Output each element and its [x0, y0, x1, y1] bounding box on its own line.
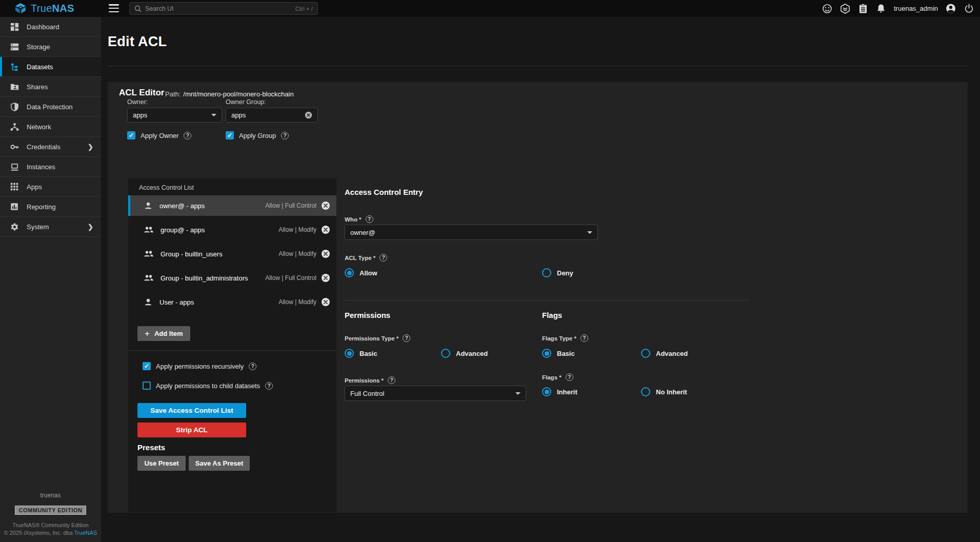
use-preset-button[interactable]: Use Preset: [137, 456, 186, 471]
permissions-type-advanced-radio[interactable]: Advanced: [441, 349, 488, 358]
help-icon[interactable]: ?: [265, 382, 273, 390]
sidebar-nav: Dashboard Storage Datasets Shares Data P…: [0, 17, 101, 542]
flags-no-inherit-radio[interactable]: No Inherit: [641, 387, 687, 396]
sidebar-item-network[interactable]: Network: [0, 117, 101, 137]
flags-type-basic-radio[interactable]: Basic: [542, 349, 575, 358]
acl-entry-row[interactable]: Group - builtin_administrators Allow | F…: [128, 268, 336, 288]
notifications-bell-icon[interactable]: [876, 4, 886, 14]
remove-entry-icon[interactable]: [321, 201, 330, 210]
help-icon[interactable]: ?: [388, 376, 395, 384]
radio-icon: [542, 349, 551, 358]
copyright-text: © 2025 iXsystems, Inc. dba TrueNAS: [0, 530, 101, 536]
truecommand-icon[interactable]: [840, 4, 850, 14]
dashboard-icon: [9, 22, 19, 32]
truenas-logo-icon: [14, 2, 27, 14]
acl-entry-name: owner@ - apps: [159, 202, 205, 210]
child-datasets-checkbox[interactable]: [143, 382, 151, 390]
add-item-button[interactable]: + Add Item: [137, 326, 190, 341]
hamburger-menu-icon[interactable]: [109, 4, 119, 12]
sidebar-item-datasets[interactable]: Datasets: [0, 57, 101, 77]
edition-badge[interactable]: COMMUNITY EDITION: [15, 506, 87, 515]
clear-icon[interactable]: [305, 111, 312, 119]
permissions-heading: Permissions: [345, 311, 390, 319]
permissions-select[interactable]: Full Control: [345, 386, 526, 401]
truenas-logo[interactable]: TrueNAS: [14, 2, 74, 14]
owner-group-label: Owner Group:: [226, 98, 266, 106]
sidebar-item-reporting[interactable]: Reporting: [0, 197, 101, 217]
remove-entry-icon[interactable]: [321, 273, 330, 283]
radio-icon: [641, 387, 650, 396]
help-icon[interactable]: ?: [403, 334, 410, 342]
apps-grid-icon: [9, 182, 19, 192]
help-icon[interactable]: ?: [581, 334, 588, 342]
help-icon[interactable]: ?: [366, 215, 373, 223]
save-as-preset-button[interactable]: Save As Preset: [189, 456, 250, 471]
top-header: TrueNAS Ctrl + / truenas_admin: [0, 0, 980, 17]
people-icon: [144, 250, 154, 258]
apply-owner-row: ✓ Apply Owner ?: [127, 131, 191, 139]
sidebar-item-shares[interactable]: Shares: [0, 77, 101, 97]
acl-entry-row[interactable]: owner@ - apps Allow | Full Control: [128, 195, 336, 216]
logged-in-username: truenas_admin: [894, 5, 938, 12]
save-acl-button[interactable]: Save Access Control List: [137, 403, 246, 418]
sidebar-item-data-protection[interactable]: Data Protection: [0, 97, 101, 117]
sidebar-item-label: Instances: [27, 163, 55, 171]
acl-type-allow-radio[interactable]: Allow: [345, 268, 377, 277]
help-icon[interactable]: ?: [184, 132, 191, 139]
who-select[interactable]: owner@: [345, 225, 598, 240]
acl-type-deny-radio[interactable]: Deny: [542, 268, 573, 277]
permissions-type-basic-radio[interactable]: Basic: [345, 349, 377, 358]
help-icon[interactable]: ?: [379, 254, 387, 262]
acl-entry-name: Group - builtin_users: [161, 250, 223, 258]
sidebar-item-storage[interactable]: Storage: [0, 37, 101, 57]
flags-type-advanced-radio[interactable]: Advanced: [641, 349, 688, 358]
radio-icon: [542, 387, 551, 396]
dataset-path: Path:/mnt/monero-pool/monero-blockchain: [165, 90, 294, 98]
bar-chart-icon: [9, 202, 19, 212]
sidebar-item-label: Reporting: [27, 203, 55, 211]
power-icon[interactable]: [964, 4, 974, 14]
sidebar-item-label: System: [27, 223, 49, 231]
help-icon[interactable]: ?: [281, 132, 289, 139]
sidebar-item-apps[interactable]: Apps: [0, 177, 101, 197]
sidebar-item-credentials[interactable]: Credentials ❯: [0, 137, 101, 157]
acl-entry-permissions: Allow | Modify: [278, 250, 316, 257]
radio-icon: [542, 268, 551, 277]
sidebar-item-label: Datasets: [27, 63, 53, 71]
recursive-checkbox[interactable]: ✓: [143, 362, 151, 370]
global-search[interactable]: Ctrl + /: [129, 2, 318, 15]
radio-icon: [345, 268, 354, 277]
truenas-link[interactable]: TrueNAS: [74, 530, 97, 536]
feedback-smiley-icon[interactable]: [822, 4, 832, 14]
panel-divider: [128, 350, 336, 351]
strip-acl-button[interactable]: Strip ACL: [137, 423, 246, 437]
key-icon: [9, 142, 19, 152]
sidebar-item-instances[interactable]: Instances: [0, 157, 101, 177]
remove-entry-icon[interactable]: [321, 249, 330, 258]
search-input[interactable]: [145, 5, 292, 12]
acl-entry-row[interactable]: Group - builtin_users Allow | Modify: [128, 244, 336, 264]
recursive-label: Apply permissions recursively: [156, 363, 244, 370]
owner-select[interactable]: apps: [127, 108, 222, 123]
jobs-clipboard-icon[interactable]: [858, 4, 868, 14]
datasets-icon: [9, 62, 19, 72]
acl-editor-heading: ACL Editor: [119, 88, 164, 98]
acl-entry-row[interactable]: User - apps Allow | Modify: [128, 292, 336, 312]
help-icon[interactable]: ?: [566, 373, 573, 381]
acl-entry-permissions: Allow | Modify: [278, 298, 316, 306]
user-avatar-icon[interactable]: [946, 4, 956, 14]
remove-entry-icon[interactable]: [321, 225, 330, 234]
owner-group-input[interactable]: apps: [226, 108, 318, 123]
sidebar-item-label: Storage: [27, 43, 50, 51]
sidebar-item-dashboard[interactable]: Dashboard: [0, 17, 101, 37]
acl-entry-row[interactable]: group@ - apps Allow | Modify: [128, 219, 336, 240]
shares-folder-icon: [9, 82, 19, 92]
apply-group-checkbox[interactable]: ✓: [226, 131, 234, 139]
remove-entry-icon[interactable]: [321, 297, 330, 307]
edition-text: TrueNAS® Community Edition: [0, 522, 101, 528]
help-icon[interactable]: ?: [249, 363, 256, 370]
flags-inherit-radio[interactable]: Inherit: [542, 387, 577, 396]
radio-icon: [345, 349, 354, 358]
sidebar-item-system[interactable]: System ❯: [0, 217, 101, 237]
apply-owner-checkbox[interactable]: ✓: [127, 131, 135, 139]
